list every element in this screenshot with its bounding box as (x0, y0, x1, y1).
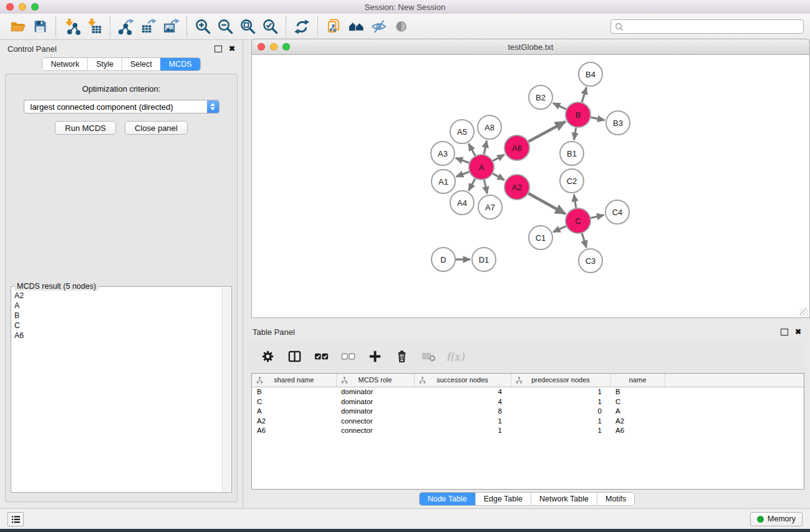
save-session-button[interactable] (29, 16, 51, 38)
graph-edge-B-B1[interactable] (574, 128, 576, 140)
table-cell[interactable]: A6 (610, 426, 665, 436)
table-row[interactable]: Cdominator41C (252, 397, 804, 407)
table-cell[interactable]: A6 (252, 426, 336, 436)
tab-network[interactable]: Network (42, 58, 87, 70)
table-cell[interactable]: connector (336, 416, 414, 426)
tab-node-table[interactable]: Node Table (420, 493, 475, 505)
column-header-predecessor-nodes[interactable]: predecessor nodes (511, 374, 610, 387)
graph-node-A8[interactable]: A8 (478, 115, 501, 139)
import-network-button[interactable] (60, 16, 83, 38)
graph-edge-A2-C[interactable] (528, 193, 565, 214)
mcds-result-item[interactable]: A6 (12, 331, 222, 341)
network-close-button[interactable] (258, 43, 265, 51)
select-all-button[interactable] (312, 348, 330, 365)
table-cell[interactable]: 1 (511, 397, 610, 407)
tab-style[interactable]: Style (87, 58, 122, 70)
table-cell[interactable]: 1 (511, 426, 610, 436)
graph-edge-A-A8[interactable] (484, 141, 486, 155)
mcds-result-item[interactable]: A (12, 301, 222, 311)
column-header-successor-nodes[interactable]: successor nodes (414, 374, 511, 387)
resize-grip[interactable] (800, 308, 808, 316)
tab-edge-table[interactable]: Edge Table (475, 493, 531, 505)
table-cell[interactable]: dominator (336, 387, 414, 397)
graph-node-C4[interactable]: C4 (605, 200, 629, 224)
graph-node-C[interactable]: C (566, 208, 591, 233)
graph-node-A7[interactable]: A7 (478, 195, 502, 219)
table-cell[interactable]: connector (336, 426, 414, 436)
graph-edge-C-C2[interactable] (574, 195, 576, 208)
graph-edge-A6-B[interactable] (528, 122, 565, 142)
delete-table-button[interactable] (420, 348, 437, 365)
graph-node-C3[interactable]: C3 (579, 249, 602, 273)
table-cell[interactable]: A (252, 407, 336, 417)
search-field[interactable] (610, 19, 804, 34)
mcds-result-item[interactable]: B (12, 311, 222, 321)
graph-node-B1[interactable]: B1 (560, 142, 584, 165)
table-row[interactable]: Adominator80A (252, 407, 804, 417)
table-cell[interactable]: 1 (511, 387, 610, 397)
tab-select[interactable]: Select (122, 58, 160, 70)
graph-node-A3[interactable]: A3 (431, 142, 455, 165)
function-builder-button[interactable]: f(x) (446, 348, 464, 365)
table-cell[interactable]: 8 (414, 407, 511, 417)
graph-node-A[interactable]: A (469, 155, 494, 180)
graph-edge-B-B2[interactable] (553, 103, 566, 109)
memory-button[interactable]: Memory (750, 512, 803, 526)
float-panel-icon[interactable] (215, 46, 222, 52)
graph-edge-A-A4[interactable] (469, 178, 475, 190)
float-table-panel-icon[interactable] (781, 329, 788, 336)
graph-edge-A-A1[interactable] (456, 172, 470, 177)
search-input[interactable] (624, 22, 799, 32)
table-cell[interactable]: A (610, 407, 665, 417)
refresh-button[interactable] (291, 16, 313, 38)
mcds-result-item[interactable]: A2 (12, 291, 222, 301)
table-row[interactable]: A2connector11A2 (252, 416, 804, 426)
graph-node-D1[interactable]: D1 (472, 248, 496, 271)
graph-edge-B-B4[interactable] (582, 87, 586, 102)
graph-edge-A-A7[interactable] (484, 180, 487, 194)
first-neighbors-button[interactable] (345, 16, 367, 38)
table-cell[interactable]: 1 (414, 426, 511, 436)
node-table[interactable]: shared nameMCDS rolesuccessor nodesprede… (251, 373, 804, 490)
graph-node-B4[interactable]: B4 (579, 62, 602, 86)
graph-edge-C-C4[interactable] (591, 215, 604, 218)
show-all-button[interactable] (390, 16, 412, 38)
table-cell[interactable]: 4 (414, 387, 511, 397)
network-zoom-button[interactable] (282, 43, 290, 51)
result-scrollbar[interactable] (222, 288, 231, 491)
export-table-button[interactable] (137, 16, 160, 38)
graph-node-B[interactable]: B (566, 102, 591, 127)
graph-edge-A-A5[interactable] (469, 143, 475, 155)
table-cell[interactable]: B (252, 387, 336, 397)
graph-edge-A-A2[interactable] (493, 173, 504, 180)
graph-edge-A-A3[interactable] (456, 158, 469, 163)
mcds-result-item[interactable]: C (12, 321, 222, 331)
table-cell[interactable]: 0 (511, 407, 610, 417)
graph-node-A2[interactable]: A2 (504, 175, 529, 200)
run-mcds-button[interactable]: Run MCDS (55, 121, 116, 135)
graph-node-B2[interactable]: B2 (529, 85, 552, 109)
table-row[interactable]: Bdominator41B (252, 387, 804, 397)
close-table-panel-icon[interactable]: ✖ (795, 328, 801, 336)
export-image-button[interactable] (160, 16, 182, 38)
import-table-button[interactable] (83, 16, 105, 38)
tab-motifs[interactable]: Motifs (597, 493, 634, 505)
table-cell[interactable]: A2 (610, 416, 665, 426)
delete-rows-button[interactable] (393, 348, 410, 365)
graph-edge-A-A6[interactable] (493, 155, 504, 161)
graph-node-A4[interactable]: A4 (450, 191, 474, 215)
zoom-out-button[interactable] (214, 16, 236, 38)
graph-node-C2[interactable]: C2 (560, 169, 584, 193)
table-cell[interactable]: A2 (252, 416, 336, 426)
zoom-fit-button[interactable] (236, 16, 259, 38)
zoom-selected-button[interactable] (259, 16, 281, 38)
duplicate-network-button[interactable] (322, 16, 345, 38)
graph-edge-C-C3[interactable] (582, 233, 586, 248)
task-history-button[interactable] (7, 512, 24, 526)
graph-edge-B-B3[interactable] (591, 117, 605, 120)
minimize-window-button[interactable] (19, 3, 26, 11)
network-canvas[interactable]: B4B2BB3A8A5A6A3B1AA1C2A2A4A7C4CC1C3DD1 (251, 55, 810, 318)
graph-node-A5[interactable]: A5 (450, 120, 474, 143)
table-cell[interactable]: 1 (511, 416, 610, 426)
graph-node-B3[interactable]: B3 (606, 111, 630, 135)
